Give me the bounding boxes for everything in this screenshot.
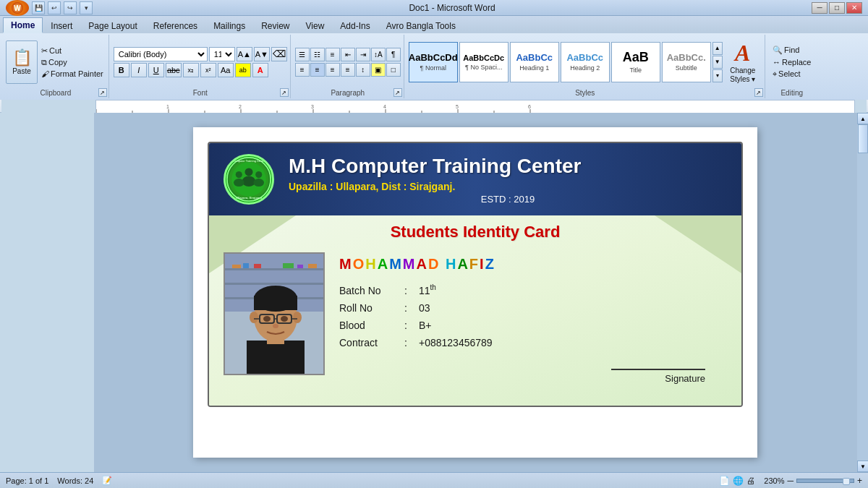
find-label: Find [784,46,799,54]
svg-point-25 [245,168,253,176]
change-styles-icon: A [735,40,750,67]
style-heading1[interactable]: AaBbCc Heading 1 [510,42,559,82]
change-case-button[interactable]: Aa [218,63,234,77]
scroll-down-button[interactable]: ▼ [857,461,868,472]
scroll-track[interactable] [857,124,868,461]
qat-dropdown[interactable]: ▾ [80,1,93,14]
clear-formatting-button[interactable]: ⌫ [271,47,287,61]
tab-home[interactable]: Home [3,17,43,33]
style-subtitle[interactable]: AaBbCc. Subtitle [662,42,711,82]
superscript-button[interactable]: x² [200,63,216,77]
font-content: Calibri (Body) 11 A▲ A▼ ⌫ B I U abc x₂ x… [114,36,287,87]
id-content: MOHAMMAD HAFIZ Batch No : 11th Roll No [209,245,741,406]
maximize-button[interactable]: □ [829,2,845,14]
increase-font-size-button[interactable]: A▲ [237,47,252,61]
bullets-button[interactable]: ☰ [295,48,310,61]
font-expand[interactable]: ↗ [280,88,289,97]
zoom-slider[interactable] [796,479,854,483]
roll-label: Roll No [339,302,404,314]
styles-scroll-more[interactable]: ▾ [712,69,723,82]
paragraph-expand[interactable]: ↗ [393,88,402,97]
svg-rect-36 [225,268,325,270]
style-no-spacing[interactable]: AaBbCcDc ¶ No Spaci... [459,42,509,82]
svg-rect-37 [225,283,325,285]
cut-button[interactable]: ✂ Cut [39,46,106,56]
select-button[interactable]: ⌖ Select [770,69,813,80]
show-formatting-button[interactable]: ¶ [386,48,401,61]
paste-button[interactable]: 📋 Paste [6,40,38,84]
spell-check-icon[interactable]: 📝 [102,476,112,485]
font-size-select[interactable]: 11 [209,47,235,61]
tab-addins[interactable]: Add-Ins [332,17,378,33]
numbering-button[interactable]: ☷ [310,48,325,61]
copy-button[interactable]: ⧉ Copy [39,57,106,68]
tab-references[interactable]: References [145,17,205,33]
zoom-out-button[interactable]: ─ [787,476,793,486]
clipboard-group: 📋 Paste ✂ Cut ⧉ Copy 🖌 Format Painter Cl… [3,35,109,98]
styles-scroll-up[interactable]: ▲ [712,42,723,55]
svg-point-27 [236,171,242,178]
change-styles-button[interactable]: A ChangeStyles ▾ [724,40,762,84]
strikethrough-button[interactable]: abc [166,63,182,77]
zoom-in-button[interactable]: + [857,476,862,486]
align-right-button[interactable]: ≡ [326,63,340,77]
line-spacing-button[interactable]: ↕ [356,63,370,77]
sort-button[interactable]: ↕A [371,48,386,61]
id-card: Ullapara, Sirajganj Computer Training Ce… [208,142,743,407]
multilevel-list-button[interactable]: ≡ [326,48,340,61]
align-left-button[interactable]: ≡ [295,63,310,77]
italic-button[interactable]: I [131,63,147,77]
minimize-button[interactable]: ─ [812,2,827,14]
view-web-button[interactable]: 🌐 [733,476,744,486]
styles-scroll-down[interactable]: ▼ [712,56,723,69]
word-document: Ullapara, Sirajganj Computer Training Ce… [193,127,757,458]
tab-view[interactable]: View [298,17,333,33]
scroll-up-button[interactable]: ▲ [857,113,868,124]
view-normal-button[interactable]: 📄 [719,476,730,486]
qat-redo[interactable]: ↪ [64,1,77,14]
blood-colon: : [404,320,419,331]
font-name-select[interactable]: Calibri (Body) [114,47,208,61]
style-normal[interactable]: AaBbCcDd ¶ Normal [409,42,458,82]
shading-button[interactable]: ▣ [371,63,386,77]
style-heading1-preview: AaBbCc [516,52,553,63]
qat-save[interactable]: 💾 [32,1,45,14]
justify-button[interactable]: ≡ [341,63,355,77]
blood-label: Blood [339,320,404,331]
bold-button[interactable]: B [114,63,129,77]
underline-button[interactable]: U [148,63,164,77]
office-button[interactable]: W [6,0,29,16]
editing-label: Editing [780,87,803,97]
styles-expand[interactable]: ↗ [754,88,763,97]
style-title[interactable]: AaB Title [611,42,660,82]
tab-mailings[interactable]: Mailings [205,17,253,33]
editing-group: 🔍 Find ↔ Replace ⌖ Select Editing [767,35,817,98]
text-highlight-button[interactable]: ab [235,63,251,77]
scroll-thumb[interactable] [858,124,868,153]
close-button[interactable]: ✕ [846,2,862,14]
style-heading2[interactable]: AaBbCc Heading 2 [561,42,610,82]
styles-area: AaBbCcDd ¶ Normal AaBbCcDc ¶ No Spaci...… [409,42,723,82]
border-button[interactable]: □ [386,63,401,77]
decrease-indent-button[interactable]: ⇤ [341,48,355,61]
view-print-button[interactable]: 🖨 [746,476,755,486]
font-color-button[interactable]: A [252,63,268,77]
increase-indent-button[interactable]: ⇥ [356,48,370,61]
replace-icon: ↔ [773,58,780,67]
tab-avro[interactable]: Avro Bangla Tools [378,17,464,33]
window-controls: ─ □ ✕ [812,2,862,14]
tab-page-layout[interactable]: Page Layout [80,17,145,33]
svg-rect-39 [232,265,241,268]
align-center-button[interactable]: ≡ [310,63,325,77]
find-button[interactable]: 🔍 Find [770,45,813,56]
replace-button[interactable]: ↔ Replace [770,57,813,67]
svg-rect-40 [243,263,249,268]
qat-undo[interactable]: ↩ [48,1,61,14]
decrease-font-size-button[interactable]: A▼ [254,47,270,61]
clipboard-expand[interactable]: ↗ [98,88,107,97]
subscript-button[interactable]: x₂ [183,63,199,77]
svg-rect-44 [308,264,317,268]
tab-review[interactable]: Review [253,17,297,33]
format-painter-button[interactable]: 🖌 Format Painter [39,69,106,79]
tab-insert[interactable]: Insert [43,17,80,33]
